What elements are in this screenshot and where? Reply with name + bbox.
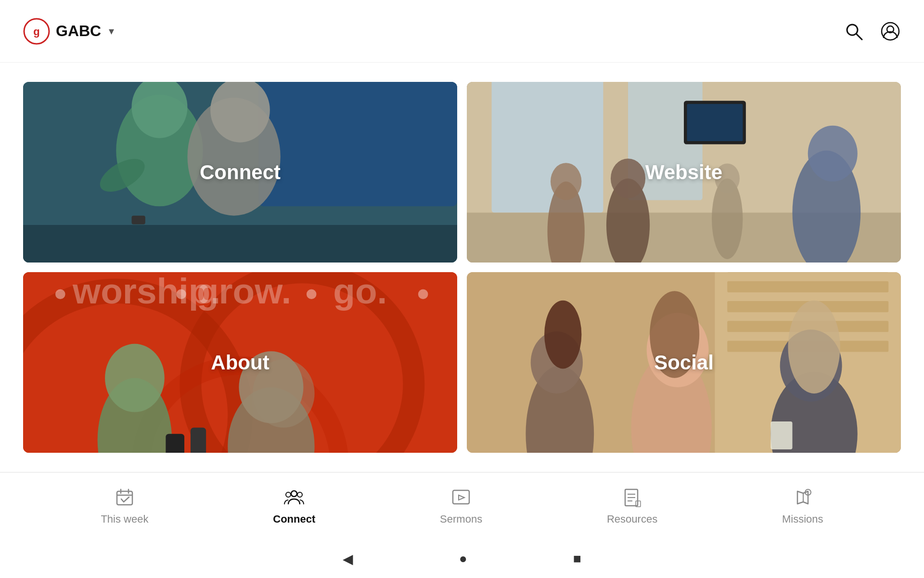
nav-item-missions[interactable]: Missions	[763, 482, 843, 530]
this-week-icon	[114, 487, 135, 508]
about-card-label: About	[211, 351, 269, 374]
home-button[interactable]: ●	[459, 551, 467, 566]
bottom-nav: This week Connect Serm	[0, 472, 924, 539]
account-icon[interactable]	[880, 21, 901, 42]
social-card[interactable]: Social	[467, 272, 901, 453]
nav-label-connect: Connect	[273, 513, 315, 525]
svg-rect-15	[23, 225, 457, 263]
svg-point-67	[788, 301, 840, 394]
content-grid: Connect	[0, 63, 924, 472]
nav-item-sermons[interactable]: Sermons	[421, 482, 501, 530]
nav-label-missions: Missions	[782, 513, 823, 525]
header: g GABC ▾	[0, 0, 924, 63]
svg-point-25	[611, 158, 645, 198]
chevron-down-icon: ▾	[109, 25, 114, 38]
missions-icon	[792, 487, 813, 508]
svg-rect-14	[132, 216, 145, 224]
nav-item-connect[interactable]: Connect	[254, 482, 334, 530]
svg-rect-8	[259, 82, 457, 206]
logo-icon: g	[23, 18, 50, 45]
svg-point-23	[551, 163, 581, 200]
sermons-icon	[450, 487, 472, 508]
svg-point-41	[307, 289, 317, 299]
svg-point-76	[297, 492, 302, 497]
back-button[interactable]: ◀	[343, 551, 353, 567]
svg-point-45	[105, 344, 165, 412]
svg-point-2	[847, 25, 858, 35]
brand-section[interactable]: g GABC ▾	[23, 18, 114, 45]
svg-point-74	[291, 491, 297, 497]
svg-rect-54	[727, 272, 888, 273]
search-icon[interactable]	[843, 21, 864, 42]
svg-rect-70	[117, 491, 132, 505]
connect-card-label: Connect	[200, 161, 281, 184]
svg-rect-77	[453, 490, 469, 504]
about-card[interactable]: worship. grow. go. @corevalues About	[23, 272, 457, 453]
svg-rect-68	[770, 421, 792, 449]
svg-rect-55	[727, 281, 888, 292]
svg-text:g: g	[33, 26, 39, 38]
svg-point-42	[418, 289, 428, 299]
svg-point-40	[176, 289, 186, 299]
svg-marker-78	[459, 495, 464, 500]
connect-card[interactable]: Connect	[23, 82, 457, 263]
svg-rect-19	[492, 82, 603, 212]
svg-rect-47	[191, 428, 206, 453]
svg-rect-31	[687, 104, 743, 141]
website-card[interactable]: Website	[467, 82, 901, 263]
nav-label-sermons: Sermons	[440, 513, 482, 525]
resources-icon	[622, 487, 643, 508]
svg-point-39	[55, 289, 65, 299]
website-card-label: Website	[645, 161, 722, 184]
nav-label-this-week: This week	[101, 513, 148, 525]
svg-rect-46	[166, 434, 184, 453]
nav-item-resources[interactable]: Resources	[588, 482, 677, 530]
svg-text:grow.: grow.	[197, 272, 291, 311]
svg-point-75	[286, 492, 291, 497]
svg-line-3	[857, 34, 862, 39]
svg-point-61	[544, 301, 581, 369]
brand-name: GABC	[56, 22, 101, 40]
header-actions	[843, 21, 901, 42]
recents-button[interactable]: ■	[573, 551, 581, 566]
svg-text:go.: go.	[333, 272, 387, 311]
nav-label-resources: Resources	[607, 513, 657, 525]
nav-item-this-week[interactable]: This week	[81, 482, 167, 530]
social-card-label: Social	[654, 351, 714, 374]
system-nav: ◀ ● ■	[0, 539, 924, 578]
svg-point-29	[808, 126, 858, 182]
connect-icon	[283, 487, 305, 508]
